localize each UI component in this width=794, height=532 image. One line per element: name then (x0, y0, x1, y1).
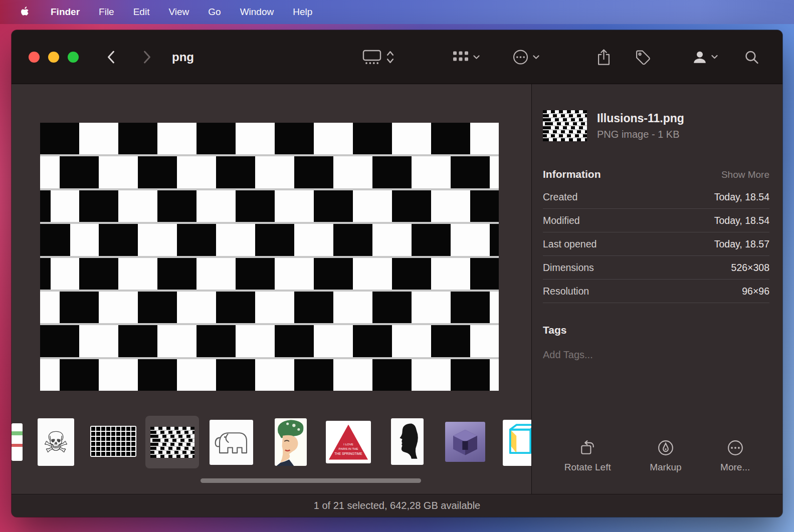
traffic-lights (29, 52, 79, 63)
back-button[interactable] (107, 50, 115, 64)
info-list: Created Today, 18.54 Modified Today, 18.… (543, 185, 769, 303)
illusion-row (40, 325, 499, 357)
elephant-sketch-icon (213, 428, 250, 457)
woman-portrait-icon (275, 418, 307, 466)
chevron-down-icon (533, 55, 539, 59)
apple-logo-icon (20, 6, 30, 18)
zoom-button[interactable] (68, 52, 79, 63)
file-name: Illusions-11.png (597, 112, 684, 125)
tags-header: Tags (543, 324, 769, 336)
info-row-modified: Modified Today, 18.54 (543, 209, 769, 232)
group-by-button[interactable] (453, 50, 480, 64)
action-menu-button[interactable] (513, 49, 539, 65)
file-meta: PNG image - 1 KB (597, 129, 684, 140)
close-button[interactable] (29, 52, 40, 63)
info-row-dimensions: Dimensions 526×308 (543, 256, 769, 280)
tags-button[interactable] (635, 49, 651, 65)
menu-item-file[interactable]: File (89, 7, 124, 18)
thumbnail-cafe-wall-selected[interactable] (145, 416, 199, 468)
more-ellipsis-icon (727, 440, 743, 456)
horizontal-scrollbar[interactable] (201, 478, 421, 483)
illusion-row (40, 190, 499, 222)
face-profile-icon (394, 422, 421, 462)
group-by-icon (453, 50, 469, 64)
info-label: Resolution (543, 286, 589, 297)
window-content: ☠ (12, 84, 782, 494)
paris-triangle: I LOVE PARIS IN THE THE SPRINGTIME (329, 425, 368, 460)
thumbnail-face-profile[interactable] (391, 418, 424, 465)
thumbnail-elephant[interactable] (210, 420, 253, 465)
user-button[interactable] (692, 50, 718, 65)
skull-icon: ☠ (43, 425, 69, 459)
preview-image-cafe-wall-illusion[interactable] (40, 123, 499, 391)
search-icon (744, 50, 759, 64)
info-row-last-opened: Last opened Today, 18.57 (543, 232, 769, 256)
window-title: png (172, 50, 194, 64)
info-value: 96×96 (742, 286, 769, 297)
more-label: More... (720, 462, 750, 473)
markup-label: Markup (650, 462, 681, 473)
share-icon (597, 49, 611, 66)
apple-menu[interactable] (0, 6, 41, 18)
view-mode-control[interactable] (362, 49, 394, 65)
menu-item-view[interactable]: View (159, 7, 198, 18)
info-row-resolution: Resolution 96×96 (543, 280, 769, 303)
thumbnail-cube-cyan[interactable] (503, 420, 531, 466)
rotate-left-label: Rotate Left (564, 462, 611, 473)
thumbnail-cube-dark[interactable] (445, 422, 485, 462)
info-row-created: Created Today, 18.54 (543, 185, 769, 209)
chevron-down-icon (473, 55, 480, 59)
menu-item-edit[interactable]: Edit (124, 7, 159, 18)
file-header: Illusions-11.png PNG image - 1 KB (543, 110, 769, 141)
thumbnail-woman-portrait[interactable] (275, 418, 307, 466)
paris-line-1: I LOVE (343, 442, 353, 447)
rotate-left-button[interactable]: Rotate Left (564, 440, 611, 473)
info-value: Today, 18.57 (714, 238, 769, 250)
forward-button[interactable] (143, 50, 151, 64)
view-stepper-icon (386, 50, 394, 64)
share-button[interactable] (597, 49, 611, 66)
more-button[interactable]: More... (720, 440, 750, 473)
thumbnail-skull[interactable]: ☠ (38, 418, 74, 466)
menu-item-window[interactable]: Window (231, 7, 284, 18)
gallery-view-icon (362, 49, 381, 65)
menu-item-go[interactable]: Go (198, 7, 230, 18)
menu-bar: Finder File Edit View Go Window Help (0, 0, 794, 24)
minimize-button[interactable] (48, 52, 59, 63)
illusion-row (40, 359, 499, 391)
add-tags-field[interactable]: Add Tags... (543, 349, 769, 361)
info-value: Today, 18.54 (714, 191, 769, 203)
status-bar: 1 of 21 selected, 642,28 GB available (12, 494, 782, 517)
finder-window: png (12, 30, 782, 517)
illusion-row (40, 258, 499, 290)
forward-chevron-icon (143, 50, 151, 64)
info-label: Dimensions (543, 262, 594, 274)
chevron-down-icon (711, 55, 718, 59)
thumbnail-partial-chart[interactable] (12, 423, 23, 461)
illusion-row (40, 156, 499, 188)
preview-pane: Illusions-11.png PNG image - 1 KB Inform… (531, 84, 782, 494)
thumbnail-grid-illusion[interactable] (90, 426, 136, 457)
avatar-icon (692, 50, 707, 65)
illusion-row (40, 123, 499, 154)
thumbnail-paris-triangle[interactable]: I LOVE PARIS IN THE THE SPRINGTIME (326, 421, 371, 463)
cube-dark-icon (449, 426, 481, 458)
menu-item-help[interactable]: Help (283, 7, 322, 18)
gallery-view: ☠ (12, 84, 531, 494)
markup-icon (658, 440, 674, 456)
show-more-link[interactable]: Show More (721, 169, 769, 180)
illusion-row (40, 224, 499, 255)
rotate-left-icon (579, 440, 596, 456)
cafe-wall-mini (150, 427, 194, 458)
tag-icon (635, 49, 651, 65)
info-value: Today, 18.54 (714, 215, 769, 226)
status-text: 1 of 21 selected, 642,28 GB available (314, 500, 480, 511)
back-chevron-icon (107, 50, 115, 64)
paris-line-2: PARIS IN THE (339, 447, 358, 451)
info-label: Modified (543, 215, 580, 226)
window-toolbar: png (12, 30, 782, 84)
markup-button[interactable]: Markup (650, 440, 681, 473)
menu-item-finder[interactable]: Finder (41, 7, 89, 18)
information-header: Information (543, 168, 601, 180)
search-button[interactable] (744, 50, 759, 64)
